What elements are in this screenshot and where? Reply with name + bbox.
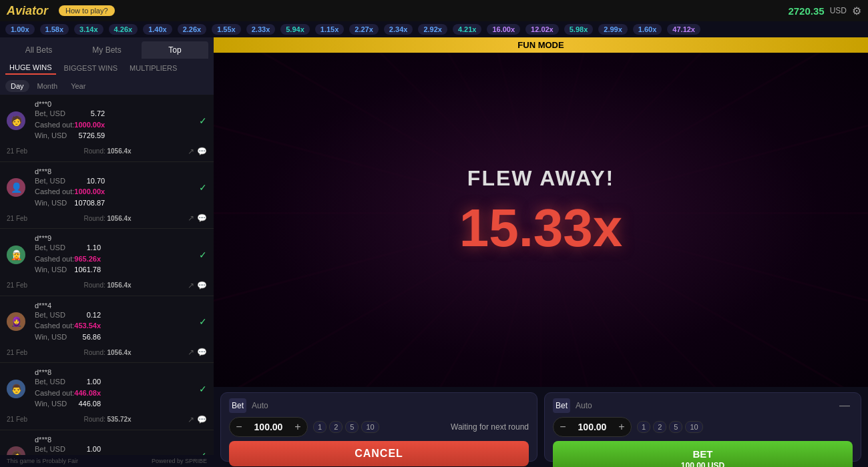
cashout-label: Cashed out: bbox=[35, 320, 74, 332]
comment-icon[interactable]: 💬 bbox=[197, 348, 207, 357]
period-month[interactable]: Month bbox=[32, 80, 63, 92]
avatar: 🧕 bbox=[7, 312, 25, 331]
quick-amounts-right: 1 2 5 10 bbox=[637, 421, 703, 433]
cashout-value: 446.08x bbox=[74, 388, 101, 399]
subtab-biggest-wins[interactable]: BIGGEST WINS bbox=[60, 61, 122, 75]
comment-icon[interactable]: 💬 bbox=[197, 147, 207, 156]
bet-widget-left: Bet Auto − 100.00 + 1 2 5 10 bbox=[220, 392, 537, 462]
period-year[interactable]: Year bbox=[65, 80, 91, 92]
widget-tab-bet-left[interactable]: Bet bbox=[229, 398, 246, 413]
bet-value: 5.72 bbox=[91, 108, 105, 119]
comment-icon[interactable]: 💬 bbox=[197, 213, 207, 223]
win-item: 👤d***8Bet, USD10.70Cashed out:1000.00xWi… bbox=[0, 162, 214, 229]
multiplier-badge[interactable]: 3.14x bbox=[74, 24, 103, 35]
widget-tab-bet-right[interactable]: Bet bbox=[553, 398, 570, 413]
multiplier-badge[interactable]: 2.26x bbox=[178, 24, 207, 35]
share-icon[interactable]: ↗ bbox=[188, 348, 194, 357]
balance-currency: USD bbox=[830, 6, 847, 15]
multiplier-badge[interactable]: 4.21x bbox=[453, 24, 482, 35]
multiplier-badge[interactable]: 1.60x bbox=[633, 24, 662, 35]
share-icons[interactable]: ↗ 💬 bbox=[188, 281, 207, 290]
how-to-play-button[interactable]: How to play? bbox=[59, 5, 115, 16]
quick-1[interactable]: 1 bbox=[313, 421, 327, 433]
quick-r-10[interactable]: 10 bbox=[685, 421, 702, 433]
quick-r-5[interactable]: 5 bbox=[669, 421, 682, 433]
multiplier-badge[interactable]: 5.98x bbox=[564, 24, 594, 35]
username: d***8 bbox=[35, 167, 105, 175]
quick-r-1[interactable]: 1 bbox=[637, 421, 650, 433]
multiplier-badge[interactable]: 1.58x bbox=[40, 24, 69, 35]
check-icon: ✓ bbox=[199, 115, 207, 126]
widget-tab-auto-left[interactable]: Auto bbox=[249, 398, 271, 413]
win-item: 🧝d***9Bet, USD1.10Cashed out:965.26xWin,… bbox=[0, 229, 214, 296]
powered-by-label: Powered by SPRIBE bbox=[152, 458, 207, 464]
final-multiplier: 15.33x bbox=[459, 197, 623, 259]
decrease-bet-left[interactable]: − bbox=[230, 418, 248, 436]
multiplier-badge[interactable]: 4.26x bbox=[109, 24, 138, 35]
subtab-huge-wins[interactable]: HUGE WINS bbox=[5, 61, 56, 75]
decrease-bet-right[interactable]: − bbox=[554, 418, 572, 436]
multiplier-badge[interactable]: 1.40x bbox=[143, 24, 172, 35]
share-icon[interactable]: ↗ bbox=[188, 147, 194, 156]
subtab-multipliers[interactable]: MULTIPLIERS bbox=[126, 61, 181, 75]
round-label: Round: 535.72x bbox=[83, 416, 131, 423]
share-icon[interactable]: ↗ bbox=[188, 213, 194, 223]
multiplier-badge[interactable]: 16.00x bbox=[487, 24, 520, 35]
widget-tabs-left: Bet Auto bbox=[229, 398, 271, 413]
bet-stepper-left: − 100.00 + bbox=[229, 417, 308, 437]
cancel-button[interactable]: CANCEL bbox=[229, 441, 529, 466]
multiplier-badge[interactable]: 2.27x bbox=[349, 24, 379, 35]
round-date: 21 Feb bbox=[7, 147, 27, 155]
comment-icon[interactable]: 💬 bbox=[197, 281, 207, 290]
multiplier-badge[interactable]: 2.92x bbox=[418, 24, 447, 35]
quick-2[interactable]: 2 bbox=[329, 421, 343, 433]
round-date: 21 Feb bbox=[7, 416, 27, 423]
minimize-right-widget[interactable]: — bbox=[837, 400, 853, 412]
multiplier-badge[interactable]: 5.94x bbox=[280, 24, 310, 35]
username: d***8 bbox=[35, 436, 101, 444]
share-icons[interactable]: ↗ 💬 bbox=[188, 147, 207, 156]
bet-button-label: BET bbox=[566, 448, 839, 461]
settings-icon[interactable]: ⚙ bbox=[852, 5, 861, 17]
tab-my-bets[interactable]: My Bets bbox=[73, 41, 140, 59]
multiplier-badge[interactable]: 2.33x bbox=[246, 24, 276, 35]
multiplier-badge[interactable]: 2.99x bbox=[598, 24, 628, 35]
round-value: 1056.4x bbox=[107, 282, 132, 289]
increase-bet-right[interactable]: + bbox=[612, 418, 631, 436]
win-item: 🧑d***0Bet, USD5.72Cashed out:1000.00xWin… bbox=[0, 95, 214, 162]
win-value: 1061.78 bbox=[74, 264, 101, 276]
tab-top[interactable]: Top bbox=[142, 41, 208, 59]
multiplier-badge[interactable]: 1.00x bbox=[5, 24, 35, 35]
quick-r-2[interactable]: 2 bbox=[653, 421, 666, 433]
quick-5[interactable]: 5 bbox=[345, 421, 359, 433]
share-icon[interactable]: ↗ bbox=[188, 415, 194, 424]
widget-tab-auto-right[interactable]: Auto bbox=[573, 398, 595, 413]
share-icons[interactable]: ↗ 💬 bbox=[188, 348, 207, 357]
bet-button[interactable]: BET 100.00 USD bbox=[553, 441, 853, 467]
share-icons[interactable]: ↗ 💬 bbox=[188, 213, 207, 223]
increase-bet-left[interactable]: + bbox=[288, 418, 307, 436]
round-label: Round: 1056.4x bbox=[83, 349, 131, 356]
multiplier-badge[interactable]: 47.12x bbox=[667, 24, 700, 35]
share-icons[interactable]: ↗ 💬 bbox=[188, 415, 207, 424]
period-day[interactable]: Day bbox=[5, 80, 29, 92]
win-value: 5726.59 bbox=[78, 130, 105, 141]
share-icon[interactable]: ↗ bbox=[188, 281, 194, 290]
comment-icon[interactable]: 💬 bbox=[197, 415, 207, 424]
check-icon: ✓ bbox=[199, 384, 207, 394]
multiplier-badge[interactable]: 12.02x bbox=[525, 24, 559, 35]
multiplier-badge[interactable]: 1.15x bbox=[315, 24, 345, 35]
multiplier-badge[interactable]: 1.55x bbox=[212, 24, 241, 35]
multiplier-badge[interactable]: 2.34x bbox=[384, 24, 413, 35]
tab-all-bets[interactable]: All Bets bbox=[5, 41, 72, 59]
bet-value: 1.00 bbox=[87, 376, 101, 388]
round-value: 1056.4x bbox=[107, 215, 132, 222]
win-label: Win, USD bbox=[35, 332, 67, 343]
bet-label: Bet, USD bbox=[35, 376, 65, 388]
win-value: 56.86 bbox=[83, 332, 101, 343]
fun-mode-bar: FUN MODE bbox=[214, 37, 868, 53]
multiplier-bar: 1.00x1.58x3.14x4.26x1.40x2.26x1.55x2.33x… bbox=[0, 21, 868, 37]
username: d***8 bbox=[35, 368, 101, 376]
round-value: 535.72x bbox=[107, 416, 132, 423]
quick-10[interactable]: 10 bbox=[361, 421, 379, 433]
